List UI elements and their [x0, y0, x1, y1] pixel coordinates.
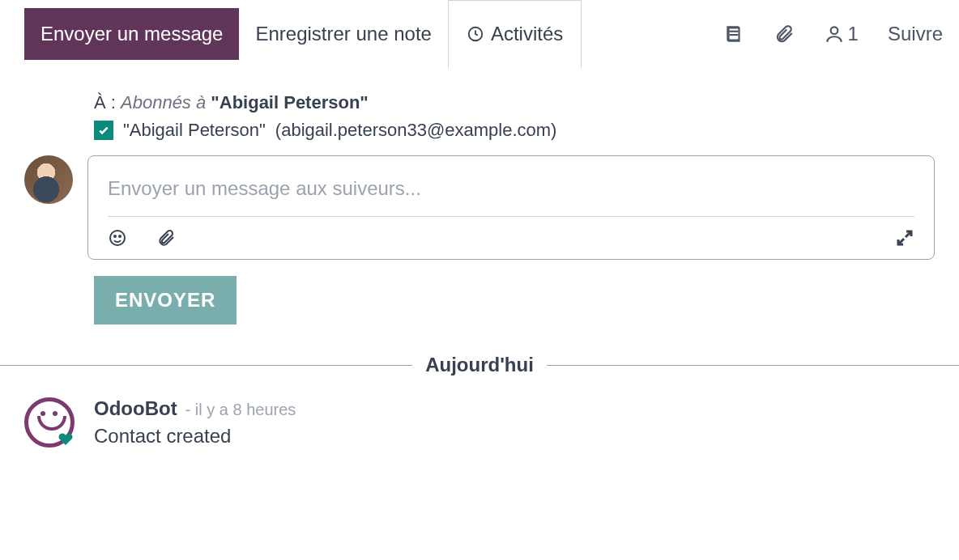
message-text: Contact created [94, 425, 935, 448]
compose-box [87, 155, 935, 260]
recipient-row: "Abigail Peterson" (abigail.peterson33@e… [94, 120, 935, 141]
emoji-icon[interactable] [108, 228, 127, 248]
compose-area: À : Abonnés à "Abigail Peterson" "Abigai… [0, 68, 959, 325]
book-icon [723, 23, 744, 45]
followers-of-label: Abonnés à [121, 92, 211, 112]
svg-point-6 [119, 235, 121, 237]
tab-send-message[interactable]: Envoyer un message [24, 8, 239, 60]
svg-point-4 [110, 231, 125, 245]
message-input[interactable] [108, 172, 914, 217]
odoobot-avatar [24, 397, 75, 448]
tab-log-note[interactable]: Enregistrer une note [239, 8, 447, 60]
recipients-to-line: À : Abonnés à "Abigail Peterson" [94, 92, 935, 113]
svg-rect-1 [729, 30, 738, 32]
to-prefix: À : [94, 92, 121, 112]
compose-row [24, 155, 935, 260]
svg-point-3 [830, 27, 838, 34]
message-header: OdooBot - il y a 8 heures [94, 397, 935, 420]
tab-activities[interactable]: Activités [448, 0, 582, 68]
recipients: À : Abonnés à "Abigail Peterson" "Abigai… [24, 92, 935, 141]
date-divider-label: Aujourd'hui [412, 354, 547, 376]
current-user-avatar [24, 155, 73, 204]
svg-rect-2 [729, 34, 738, 36]
follow-button[interactable]: Suivre [888, 23, 943, 45]
expand-icon[interactable] [895, 228, 914, 248]
book-button[interactable] [723, 23, 744, 45]
message-time: - il y a 8 heures [185, 401, 296, 419]
followers-button[interactable]: 1 [824, 23, 859, 45]
attachments-button[interactable] [774, 23, 795, 45]
toolbar: 1 Suivre [723, 23, 959, 45]
message-item: OdooBot - il y a 8 heures Contact create… [0, 376, 959, 448]
tabs-bar: Envoyer un message Enregistrer une note … [0, 0, 959, 68]
message-body: OdooBot - il y a 8 heures Contact create… [94, 397, 935, 448]
user-icon [824, 23, 845, 45]
compose-toolbar [108, 217, 914, 248]
svg-point-5 [114, 235, 116, 237]
recipient-email: (abigail.peterson33@example.com) [275, 120, 557, 141]
send-button[interactable]: ENVOYER [94, 276, 237, 325]
tab-activities-label: Activités [491, 23, 563, 45]
recipient-name: "Abigail Peterson" [123, 120, 266, 141]
message-author: OdooBot [94, 397, 177, 420]
date-divider: Aujourd'hui [0, 354, 959, 376]
attach-icon[interactable] [156, 228, 176, 248]
record-name: "Abigail Peterson" [211, 92, 368, 112]
followers-count: 1 [848, 23, 859, 45]
recipient-checkbox[interactable] [94, 121, 113, 140]
check-icon [97, 124, 110, 137]
clock-icon [467, 25, 484, 43]
paperclip-icon [774, 23, 795, 45]
